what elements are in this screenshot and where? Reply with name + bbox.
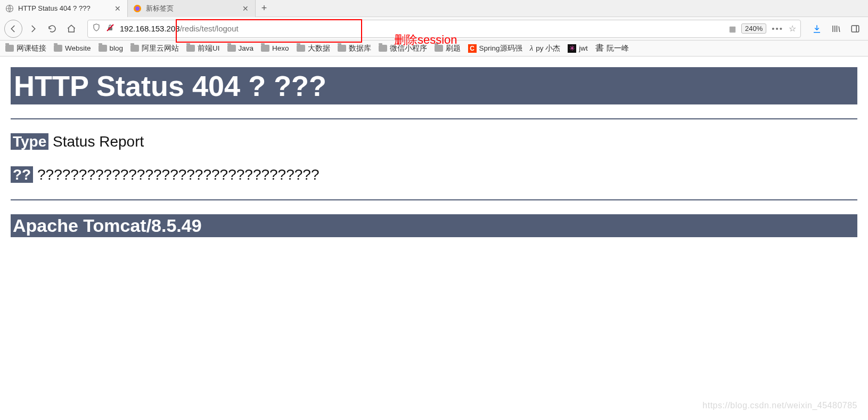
server-line: Apache Tomcat/8.5.49 [11, 214, 857, 237]
new-tab-button[interactable]: + [256, 0, 273, 17]
library-button[interactable] [828, 20, 845, 37]
bookmark-item[interactable]: CSpring源码强 [468, 44, 522, 53]
folder-icon [261, 45, 269, 52]
bookmark-folder[interactable]: Hexo [261, 44, 289, 52]
qr-icon[interactable]: ▦ [729, 25, 736, 33]
page-actions-icon[interactable]: ••• [772, 24, 783, 33]
tracking-shield-icon[interactable] [92, 23, 101, 34]
type-value: Status Report [53, 133, 144, 150]
folder-icon [186, 45, 195, 52]
bookmark-folder[interactable]: 大数据 [297, 44, 330, 53]
svg-point-2 [135, 6, 140, 11]
url-host: 192.168.153.203 [120, 24, 180, 33]
downloads-button[interactable] [808, 20, 825, 37]
folder-icon [435, 45, 443, 52]
bookmark-item[interactable]: λpy 小杰 [530, 44, 561, 53]
nav-toolbar: 192.168.153.203/redis/test/logout ▦ 240%… [0, 17, 868, 41]
bookmark-folder[interactable]: Java [227, 44, 254, 52]
message-value: ?????????????????????????????????? [37, 166, 319, 183]
tab-title: 新标签页 [146, 4, 237, 13]
folder-icon [297, 45, 305, 52]
error-message-line: ?? ?????????????????????????????????? [11, 166, 857, 183]
firefox-icon [133, 4, 142, 13]
back-button[interactable] [4, 20, 22, 38]
bookmark-folder[interactable]: Website [54, 44, 91, 52]
divider [11, 118, 857, 119]
tab-title: HTTP Status 404 ? ??? [18, 4, 109, 12]
bookmark-folder[interactable]: 阿里云网站 [130, 44, 179, 53]
folder-icon [379, 45, 387, 52]
url-path: /redis/test/logout [180, 24, 239, 33]
bookmarks-bar: 网课链接 Website blog 阿里云网站 前端UI Java Hexo 大… [0, 41, 868, 56]
divider [11, 199, 857, 200]
message-label: ?? [11, 166, 33, 183]
folder-icon [130, 45, 139, 52]
close-icon[interactable]: ✕ [113, 4, 122, 13]
zoom-level[interactable]: 240% [741, 23, 766, 34]
watermark: https://blog.csdn.net/weixin_45480785 [702, 401, 857, 410]
type-label: Type [11, 133, 48, 150]
calligraphy-icon: 書 [595, 43, 604, 54]
svg-rect-5 [851, 26, 859, 32]
bookmark-folder[interactable]: 刷题 [435, 44, 461, 53]
tab-active[interactable]: HTTP Status 404 ? ??? ✕ [0, 0, 128, 17]
page-content: HTTP Status 404 ? ??? Type Status Report… [0, 56, 868, 248]
bookmark-star-icon[interactable]: ☆ [789, 23, 796, 34]
bookmark-folder[interactable]: 网课链接 [5, 44, 46, 53]
bookmark-folder[interactable]: blog [99, 44, 124, 52]
close-icon[interactable]: ✕ [241, 4, 250, 13]
globe-icon [5, 4, 14, 13]
bookmark-item[interactable]: ✳jwt [568, 44, 588, 53]
url-text: 192.168.153.203/redis/test/logout [120, 24, 239, 33]
lambda-icon: λ [530, 44, 534, 53]
csdn-icon: C [468, 44, 477, 53]
error-type-line: Type Status Report [11, 133, 857, 150]
jwt-icon: ✳ [568, 44, 576, 53]
bookmark-item[interactable]: 書阮一峰 [595, 43, 629, 54]
reload-button[interactable] [44, 20, 61, 37]
bookmark-folder[interactable]: 微信小程序 [379, 44, 427, 53]
folder-icon [338, 45, 346, 52]
bookmark-folder[interactable]: 前端UI [186, 44, 220, 53]
tab-inactive[interactable]: 新标签页 ✕ [128, 0, 256, 17]
error-heading: HTTP Status 404 ? ??? [11, 67, 857, 104]
sidebar-button[interactable] [847, 20, 864, 37]
folder-icon [99, 45, 107, 52]
folder-icon [227, 45, 236, 52]
address-bar[interactable]: 192.168.153.203/redis/test/logout ▦ 240%… [87, 20, 801, 38]
insecure-lock-icon[interactable] [106, 23, 114, 34]
bookmark-folder[interactable]: 数据库 [338, 44, 371, 53]
folder-icon [54, 45, 62, 52]
forward-button[interactable] [24, 20, 42, 37]
tab-strip: HTTP Status 404 ? ??? ✕ 新标签页 ✕ + [0, 0, 868, 17]
home-button[interactable] [63, 20, 80, 37]
folder-icon [5, 45, 14, 52]
